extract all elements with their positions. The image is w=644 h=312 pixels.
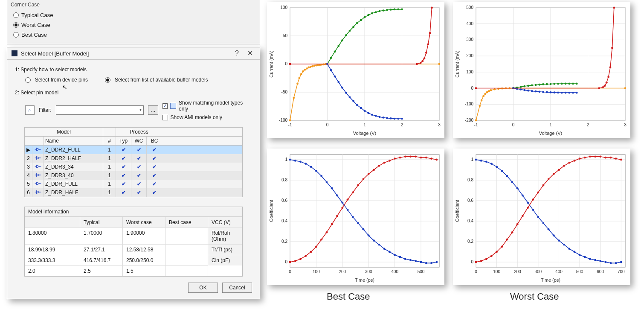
svg-text:0.4: 0.4 (467, 219, 473, 223)
svg-point-29 (304, 69, 306, 71)
svg-point-243 (310, 251, 312, 253)
bc-check: ✔ (147, 154, 162, 163)
svg-point-66 (334, 76, 336, 78)
row-index: 3 (25, 163, 32, 171)
svg-point-346 (568, 162, 570, 164)
svg-point-328 (475, 261, 477, 263)
svg-point-257 (383, 162, 386, 164)
svg-point-45 (334, 51, 336, 53)
model-row[interactable]: 2Z_DDR2_HALF1✔✔✔ (25, 154, 242, 163)
row-index: 2 (25, 154, 32, 163)
chk-show-matching[interactable] (162, 103, 168, 109)
svg-point-351 (594, 155, 596, 157)
corner-option[interactable]: Typical Case (11, 10, 256, 20)
svg-point-306 (511, 181, 513, 183)
info-wc: 1.70000 (80, 227, 123, 244)
svg-point-131 (493, 88, 496, 90)
corner-option[interactable]: Best Case (11, 30, 256, 40)
svg-text:-100: -100 (465, 102, 473, 106)
info-col-header (25, 217, 80, 227)
svg-point-143 (531, 84, 533, 86)
corner-option-label: Typical Case (21, 12, 53, 18)
corner-option[interactable]: Worst Case (11, 20, 256, 30)
col-hash: # (103, 137, 116, 145)
svg-point-163 (538, 90, 540, 93)
svg-point-48 (345, 34, 347, 36)
svg-point-68 (341, 87, 343, 89)
radio-select-from-list[interactable] (105, 77, 110, 83)
bc-check: ✔ (147, 163, 162, 171)
col-typ: Typ (116, 137, 131, 145)
buffer-icon (32, 180, 44, 188)
svg-point-59 (386, 9, 388, 11)
svg-point-352 (599, 155, 601, 157)
model-row[interactable]: 4Z_DDR3_401✔✔✔ (25, 171, 242, 180)
model-hash: 1 (103, 146, 116, 154)
svg-point-327 (620, 261, 622, 263)
filter-browse-button[interactable]: … (148, 105, 158, 115)
svg-point-334 (506, 239, 508, 241)
svg-point-256 (378, 165, 380, 167)
svg-text:300: 300 (466, 37, 473, 42)
svg-point-36 (317, 64, 319, 66)
help-button[interactable]: ? (232, 50, 241, 57)
svg-point-93 (431, 7, 433, 9)
home-button[interactable]: ⌂ (25, 105, 35, 115)
ok-button[interactable]: OK (188, 283, 218, 293)
caption-best: Best Case (327, 291, 370, 302)
svg-point-229 (389, 251, 391, 253)
model-row[interactable]: ▶Z_DDR2_FULL1✔✔✔ (25, 146, 242, 154)
svg-point-173 (576, 92, 578, 94)
svg-point-343 (553, 173, 555, 175)
buffer-icon (32, 154, 44, 163)
svg-point-82 (394, 118, 396, 120)
model-row[interactable]: 3Z_DDR3_341✔✔✔ (25, 163, 242, 171)
chk-show-ami[interactable] (162, 115, 168, 120)
svg-point-67 (337, 81, 339, 83)
svg-point-149 (553, 83, 555, 85)
svg-point-246 (326, 231, 328, 233)
filter-label: Filter: (39, 107, 52, 113)
model-name: Z_DDR_FULL (44, 180, 103, 188)
model-row[interactable]: 5Z_DDR_FULL1✔✔✔ (25, 180, 242, 188)
dialog-title: Select Model [Buffer Model] (21, 50, 89, 57)
wc-check: ✔ (131, 146, 147, 154)
model-row[interactable]: 6Z_DDR_HALF1✔✔✔ (25, 188, 242, 197)
svg-point-178 (606, 82, 608, 84)
svg-point-73 (360, 107, 362, 109)
svg-text:0.6: 0.6 (467, 198, 473, 203)
svg-point-34 (313, 65, 315, 67)
svg-point-260 (399, 157, 401, 159)
svg-point-238 (435, 261, 438, 263)
wc-check: ✔ (131, 163, 147, 171)
svg-point-129 (488, 90, 490, 92)
svg-point-323 (599, 260, 601, 262)
svg-point-320 (584, 256, 586, 258)
model-name: Z_DDR3_34 (44, 163, 103, 171)
filter-combo[interactable]: ▾ (56, 105, 144, 115)
svg-point-153 (568, 83, 570, 85)
svg-point-233 (409, 259, 412, 261)
svg-point-335 (511, 231, 513, 233)
svg-point-33 (311, 65, 313, 67)
svg-point-71 (352, 100, 354, 102)
select-model-dialog: Select Model [Buffer Model] ? ✕ 1: Speci… (7, 47, 260, 299)
col-group-model: Model (25, 128, 103, 136)
svg-point-176 (602, 86, 604, 88)
svg-text:0.2: 0.2 (467, 239, 473, 244)
bc-check: ✔ (147, 188, 162, 197)
svg-point-170 (565, 92, 567, 94)
radio-select-from-pins[interactable] (25, 77, 31, 83)
info-row-label: Tr/Tf (ps) (208, 244, 242, 255)
cancel-button[interactable]: Cancel (222, 283, 252, 293)
svg-point-28 (302, 70, 304, 73)
svg-text:0.8: 0.8 (467, 178, 473, 182)
bc-check: ✔ (147, 180, 162, 188)
svg-point-227 (378, 244, 380, 246)
svg-point-56 (375, 11, 377, 13)
svg-point-222 (352, 216, 354, 218)
close-button[interactable]: ✕ (245, 50, 255, 57)
svg-point-315 (558, 239, 560, 242)
svg-text:400: 400 (555, 269, 563, 274)
bc-check: ✔ (147, 171, 162, 180)
